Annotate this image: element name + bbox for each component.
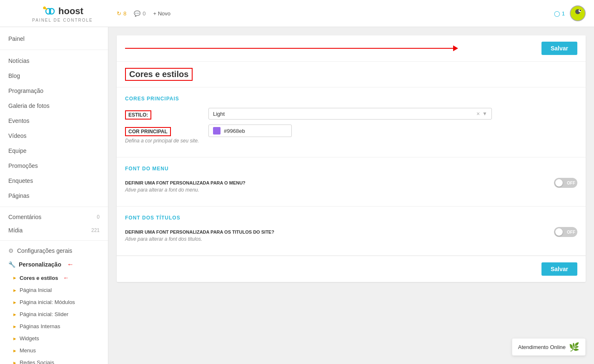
chevron-right-icon-3: ► (13, 300, 17, 305)
sidebar-item-blog[interactable]: Blog (0, 68, 108, 83)
field-label-estilo: ESTILO: (125, 108, 200, 120)
update-icon: ↻ (117, 10, 121, 17)
font-menu-toggle[interactable]: OFF (554, 178, 577, 188)
sidebar-subitem-pi-modulos[interactable]: ► Página inicial: Módulos (0, 296, 108, 308)
sidebar-item-painel[interactable]: Painel (0, 31, 108, 46)
font-menu-desc: Ative para alterar a font do menu. (125, 187, 546, 193)
font-menu-toggle-label: DEFINIR UMA FONT PERSONALIZADA PARA O ME… (125, 178, 546, 185)
chevron-right-icon-6: ► (13, 336, 17, 341)
sidebar-subitem-menus[interactable]: ► Menus (0, 344, 108, 357)
cor-input[interactable]: #9968eb (208, 125, 292, 137)
sidebar-item-personalizacao[interactable]: 🔧 Personalização ← (0, 257, 108, 272)
midia-label: Mídia (8, 227, 23, 234)
estilo-value: Light (213, 111, 476, 117)
avatar-icon (571, 6, 585, 20)
logo-infinity-icon (42, 5, 58, 18)
chevron-down-icon: ▼ (482, 111, 487, 117)
toggle-font-titulos[interactable]: OFF (554, 227, 577, 237)
topbar-icons: ↻ 8 💬 0 + Novo (117, 10, 554, 17)
sidebar-item-enquetes[interactable]: Enquetes (0, 173, 108, 188)
main-content: Salvar Cores e estilos CORES PRINCIPAIS … (108, 27, 594, 364)
subitem-pis-label: Página inicial: Slider (20, 311, 68, 317)
chevron-right-icon-2: ► (13, 288, 17, 293)
logo-text: hoost (58, 6, 83, 17)
topbar-updates[interactable]: ↻ 8 (117, 10, 126, 17)
sidebar-divider-3 (0, 240, 108, 241)
cor-control: #9968eb (208, 125, 577, 137)
sidebar-item-videos[interactable]: Vídeos (0, 128, 108, 143)
sidebar-item-paginas[interactable]: Páginas (0, 188, 108, 203)
sidebar-item-comentarios[interactable]: Comentários 0 (0, 210, 108, 224)
toggle-state-2: OFF (567, 230, 575, 234)
logo-sub: PAINEL DE CONTROLE (32, 18, 93, 22)
field-row-estilo: ESTILO: Light × ▼ (125, 108, 577, 120)
select-clear-icon[interactable]: × (476, 110, 480, 117)
new-label: + Novo (153, 10, 170, 17)
update-count: 8 (123, 10, 126, 17)
logo: hoost (42, 5, 83, 18)
midia-count: 221 (91, 227, 100, 233)
sidebar-subitem-pi-slider[interactable]: ► Página inicial: Slider (0, 308, 108, 320)
save-button-bottom[interactable]: Salvar (541, 262, 577, 276)
font-titulos-toggle-label: DEFINIR UMA FONT PERSONALIZADA PARA OS T… (125, 227, 546, 234)
sidebar-item-midia[interactable]: Mídia 221 (0, 224, 108, 237)
subitem-widgets-label: Widgets (20, 335, 39, 342)
chevron-right-icon: ► (13, 275, 17, 280)
topbar-new[interactable]: + Novo (153, 10, 170, 17)
field-label-font-menu: DEFINIR UMA FONT PERSONALIZADA PARA O ME… (125, 178, 546, 193)
personal-label: Personalização (19, 261, 61, 268)
sidebar-divider-2 (0, 207, 108, 207)
sidebar-item-programacao[interactable]: Programação (0, 83, 108, 98)
estilo-select[interactable]: Light × ▼ (208, 108, 492, 120)
sidebar-subitem-paginas-internas[interactable]: ► Páginas Internas (0, 320, 108, 332)
topbar-comments[interactable]: 💬 0 (134, 10, 145, 17)
section-cores-label: CORES PRINCIPAIS (125, 96, 577, 102)
atendimento-widget[interactable]: Atendimento Online 🌿 (512, 338, 586, 356)
subitem-pim-label: Página inicial: Módulos (20, 299, 75, 305)
toggle-font-menu[interactable]: OFF (554, 178, 577, 188)
subitem-cores-label: Cores e estilos (20, 275, 58, 281)
sidebar-item-eventos[interactable]: Eventos (0, 113, 108, 128)
field-row-font-menu: DEFINIR UMA FONT PERSONALIZADA PARA O ME… (125, 178, 577, 193)
sidebar-item-config[interactable]: ⚙ Configurações gerais (0, 244, 108, 257)
topbar-notification[interactable]: ◯ 1 (554, 10, 565, 17)
chevron-right-icon-8: ► (13, 360, 17, 364)
avatar[interactable] (570, 5, 586, 21)
leaf-icon: 🌿 (569, 342, 579, 352)
gear-icon: ⚙ (8, 247, 14, 254)
field-label-font-titulos: DEFINIR UMA FONT PERSONALIZADA PARA OS T… (125, 227, 546, 242)
estilo-label: ESTILO: (125, 110, 151, 120)
sidebar-subitem-cores[interactable]: ► Cores e estilos ← (0, 272, 108, 284)
wrench-icon: 🔧 (8, 261, 15, 268)
sidebar-divider-1 (0, 50, 108, 50)
save-arrow (125, 45, 458, 51)
sidebar-item-galeria[interactable]: Galeria de fotos (0, 98, 108, 113)
sidebar-item-promocoes[interactable]: Promoções (0, 158, 108, 173)
font-titulos-desc: Ative para alterar a font dos titulos. (125, 236, 546, 242)
card-footer: Salvar (117, 256, 586, 282)
estilo-control: Light × ▼ (208, 108, 577, 120)
color-value: #9968eb (224, 128, 245, 134)
topbar: hoost PAINEL DE CONTROLE ↻ 8 💬 0 + Novo … (0, 0, 594, 27)
main-card: Salvar Cores e estilos CORES PRINCIPAIS … (117, 35, 586, 282)
field-label-cor: COR PRINCIPAL Defina a cor principal de … (125, 125, 200, 144)
color-swatch (213, 127, 221, 135)
arrow-container (125, 45, 541, 51)
notification-count: 1 (562, 10, 565, 17)
topbar-right: ◯ 1 (554, 5, 586, 21)
sidebar-subitem-pagina-inicial[interactable]: ► Página Inicial (0, 284, 108, 296)
arrow-left-icon-2: ← (63, 274, 69, 281)
font-titulos-toggle[interactable]: OFF (554, 227, 577, 237)
notification-icon: ◯ (554, 10, 560, 17)
save-button-top[interactable]: Salvar (541, 42, 577, 55)
sidebar-item-noticias[interactable]: Notícias (0, 53, 108, 68)
subitem-redes-label: Redes Sociais (20, 359, 54, 364)
sidebar-subitem-widgets[interactable]: ► Widgets (0, 332, 108, 344)
svg-point-6 (580, 10, 581, 11)
comment-count: 0 (143, 10, 145, 17)
layout: Painel Notícias Blog Programação Galeria… (0, 27, 594, 364)
section-font-menu-label: FONT DO MENU (125, 166, 577, 172)
sidebar-subitem-redes[interactable]: ► Redes Sociais (0, 357, 108, 364)
logo-area: hoost PAINEL DE CONTROLE (8, 5, 117, 22)
sidebar-item-equipe[interactable]: Equipe (0, 143, 108, 158)
